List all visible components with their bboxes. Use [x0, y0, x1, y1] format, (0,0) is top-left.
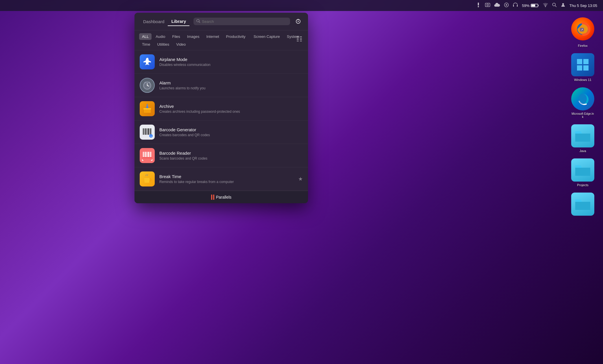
svg-rect-52 — [145, 152, 146, 157]
list-item-barcode-generator[interactable]: + Barcode Generator Creates barcodes and… — [134, 121, 308, 144]
list-item-airplane-mode[interactable]: Airplane Mode Disables wireless communic… — [134, 50, 308, 74]
svg-rect-25 — [297, 38, 299, 38]
svg-text:+: + — [150, 135, 152, 138]
right-dock: ↗ Firefox Windows 11 — [571, 17, 594, 217]
cat-tab-images[interactable]: Images — [184, 33, 202, 40]
list-item-break-time[interactable]: Break Time Reminds to take regular break… — [134, 167, 308, 191]
cat-tab-audio[interactable]: Audio — [153, 33, 168, 40]
menubar: 59% — [0, 0, 603, 11]
library-list: Airplane Mode Disables wireless communic… — [134, 50, 308, 191]
svg-rect-1 — [478, 6, 479, 7]
cloud-icon[interactable] — [494, 3, 500, 8]
photo-icon[interactable] — [485, 3, 490, 8]
tab-library[interactable]: Library — [168, 17, 189, 26]
panel-header: Dashboard Library — [134, 13, 308, 30]
parallels-bars-icon — [211, 195, 214, 200]
svg-rect-27 — [297, 39, 299, 40]
svg-rect-26 — [300, 38, 302, 38]
svg-rect-41 — [143, 128, 144, 135]
cat-tab-all[interactable]: ALL — [139, 33, 152, 40]
cat-tab-time[interactable]: Time — [139, 41, 153, 48]
barcode-generator-text: Barcode Generator Creates barcodes and Q… — [159, 127, 303, 137]
cat-tab-productivity[interactable]: Productivity — [223, 33, 248, 40]
svg-rect-37 — [143, 109, 151, 113]
svg-rect-47 — [150, 128, 151, 135]
svg-rect-2 — [485, 3, 490, 7]
archive-icon — [140, 101, 155, 116]
cat-tab-video[interactable]: Video — [173, 41, 189, 48]
svg-point-12 — [552, 3, 555, 6]
svg-point-20 — [579, 94, 587, 104]
svg-point-14 — [562, 3, 564, 5]
svg-line-22 — [199, 22, 200, 23]
airplane-mode-name: Airplane Mode — [159, 57, 303, 62]
svg-rect-6 — [513, 5, 514, 7]
svg-rect-54 — [148, 152, 149, 157]
svg-rect-7 — [517, 5, 518, 7]
airplane-mode-desc: Disables wireless communication — [159, 63, 303, 67]
projects-label: Projects — [577, 183, 589, 187]
cat-tab-utilities[interactable]: Utilities — [154, 41, 172, 48]
svg-rect-51 — [144, 152, 145, 157]
dock-item-projects[interactable]: Projects — [571, 158, 594, 187]
svg-rect-0 — [478, 3, 479, 5]
alarm-text: Alarm Launches alarms to notify you — [159, 80, 303, 90]
alarm-desc: Launches alarms to notify you — [159, 86, 303, 90]
list-item-alarm[interactable]: Alarm Launches alarms to notify you — [134, 74, 308, 97]
break-time-icon — [140, 171, 155, 186]
svg-rect-24 — [300, 36, 302, 37]
grid-view-button[interactable] — [295, 33, 304, 47]
svg-rect-23 — [297, 36, 299, 37]
dock-item-firefox[interactable]: ↗ Firefox — [571, 17, 594, 47]
tab-dashboard[interactable]: Dashboard — [140, 17, 168, 26]
airplane-mode-text: Airplane Mode Disables wireless communic… — [159, 57, 303, 67]
break-time-name: Break Time — [159, 174, 295, 179]
svg-rect-45 — [148, 128, 149, 135]
dock-item-folder5[interactable] — [571, 193, 594, 217]
cat-tab-internet[interactable]: Internet — [203, 33, 222, 40]
alarm-name: Alarm — [159, 80, 303, 85]
svg-rect-17 — [583, 59, 589, 64]
dock-item-java[interactable]: Java — [571, 124, 594, 153]
tools-icon[interactable] — [476, 2, 481, 9]
person-icon[interactable] — [561, 3, 565, 8]
barcode-reader-name: Barcode Reader — [159, 151, 303, 156]
list-item-archive[interactable]: Archive Creates archives including passw… — [134, 97, 308, 121]
search-input[interactable] — [202, 19, 287, 24]
settings-button[interactable] — [294, 17, 303, 26]
barcode-generator-icon: + — [140, 125, 155, 140]
parallels-brand: Parallels — [216, 195, 232, 199]
break-time-star[interactable]: ★ — [298, 176, 303, 182]
cat-tab-files[interactable]: Files — [169, 33, 183, 40]
parallels-panel: Dashboard Library — [134, 13, 308, 203]
headphones-icon[interactable] — [513, 3, 518, 8]
svg-rect-18 — [577, 65, 582, 71]
list-item-barcode-reader[interactable]: Barcode Reader Scans barcodes and QR cod… — [134, 144, 308, 167]
svg-point-3 — [487, 4, 488, 6]
desktop: 59% — [0, 0, 603, 364]
svg-rect-9 — [538, 5, 539, 6]
cat-tab-screen-capture[interactable]: Screen Capture — [251, 33, 283, 40]
dock-item-windows11[interactable]: Windows 11 — [571, 53, 594, 82]
break-time-text: Break Time Reminds to take regular break… — [159, 174, 295, 184]
dock-item-edge[interactable]: Microsoft Edge.lnk — [571, 87, 594, 119]
svg-rect-46 — [150, 128, 150, 135]
svg-rect-42 — [144, 128, 145, 135]
svg-point-11 — [545, 6, 546, 7]
search-icon — [196, 19, 200, 24]
menubar-search-icon[interactable] — [552, 3, 557, 8]
svg-rect-29 — [297, 41, 299, 41]
parallels-logo: Parallels — [211, 195, 232, 200]
java-label: Java — [579, 149, 586, 153]
svg-line-13 — [555, 6, 556, 7]
svg-rect-28 — [300, 39, 302, 40]
battery-indicator: 59% — [522, 3, 539, 8]
svg-marker-5 — [506, 4, 508, 6]
svg-rect-50 — [143, 152, 144, 157]
play-icon[interactable] — [504, 3, 509, 8]
archive-text: Archive Creates archives including passw… — [159, 104, 303, 114]
wifi-icon[interactable] — [543, 3, 548, 8]
battery-percent: 59% — [522, 3, 530, 8]
panel-footer: Parallels — [134, 191, 308, 203]
break-time-desc: Reminds to take regular breaks from a co… — [159, 180, 295, 184]
